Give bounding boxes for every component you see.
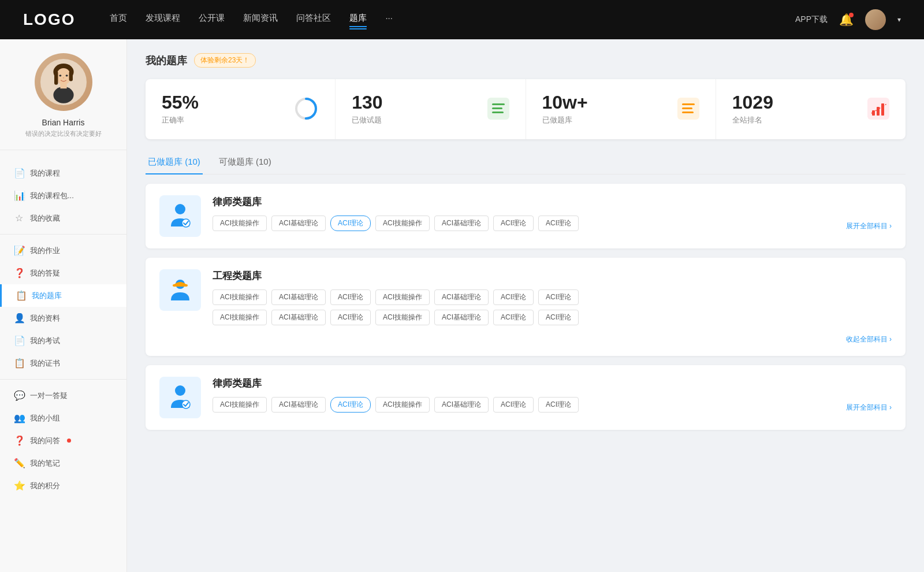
svg-point-7 [59, 75, 61, 76]
cert-icon: 📋 [14, 358, 24, 369]
page-header: 我的题库 体验剩余23天！ [146, 53, 906, 68]
collapse-link-engineer[interactable]: 收起全部科目 › [846, 335, 892, 344]
sidebar-label-notes: 我的笔记 [30, 458, 60, 469]
tag-eng-2-6[interactable]: ACI理论 [493, 310, 534, 325]
qbank-title-lawyer1: 律师类题库 [213, 195, 892, 209]
tag-lawyer2-6[interactable]: ACI理论 [493, 397, 534, 413]
sidebar-item-questions[interactable]: ❓ 我的问答 [0, 429, 126, 452]
sidebar-menu: 📄 我的课程 📊 我的课程包... ☆ 我的收藏 📝 我的作业 ❓ 我的答疑 � [0, 157, 126, 502]
svg-point-28 [175, 385, 185, 396]
sidebar-item-points[interactable]: ⭐ 我的积分 [0, 474, 126, 497]
nav-qa[interactable]: 问答社区 [296, 10, 331, 29]
main-content: 我的题库 体验剩余23天！ 55% 正确率 [127, 39, 924, 572]
tab-available[interactable]: 可做题库 (10) [217, 151, 274, 174]
sidebar-item-favorites[interactable]: ☆ 我的收藏 [0, 207, 126, 229]
stat-questions-label: 已做试题 [352, 115, 478, 125]
tag-lawyer2-7[interactable]: ACI理论 [538, 397, 579, 413]
qbank-title-engineer: 工程类题库 [213, 269, 892, 283]
app-download-button[interactable]: APP下载 [795, 14, 828, 25]
points-icon: ⭐ [14, 480, 24, 491]
tag-lawyer1-2[interactable]: ACI基础理论 [271, 216, 326, 231]
tag-eng-1-2[interactable]: ACI基础理论 [271, 289, 326, 305]
sidebar-item-qa[interactable]: ❓ 我的答疑 [0, 262, 126, 284]
sidebar-item-exam[interactable]: 📄 我的考试 [0, 329, 126, 352]
svg-rect-4 [69, 71, 72, 81]
sidebar-label-questions: 我的问答 [30, 436, 60, 446]
tag-lawyer1-5[interactable]: ACI基础理论 [434, 216, 489, 231]
question-icon: ❓ [14, 268, 24, 278]
svg-point-5 [53, 87, 73, 103]
sidebar-item-qbank[interactable]: 📋 我的题库 [0, 284, 126, 307]
chevron-down-icon[interactable]: ▾ [897, 16, 901, 24]
expand-link-lawyer2[interactable]: 展开全部科目 › [846, 403, 892, 413]
trial-badge: 体验剩余23天！ [194, 53, 256, 68]
tag-lawyer1-1[interactable]: ACI技能操作 [213, 216, 267, 231]
tag-eng-1-4[interactable]: ACI技能操作 [375, 289, 430, 305]
nav-news[interactable]: 新闻资讯 [243, 10, 278, 29]
profile-avatar [35, 53, 92, 111]
svg-rect-22 [877, 107, 880, 116]
tag-lawyer1-7[interactable]: ACI理论 [538, 216, 579, 231]
tag-lawyer2-5[interactable]: ACI基础理论 [434, 397, 489, 413]
chat-icon: 💬 [14, 390, 24, 401]
tag-lawyer2-4[interactable]: ACI技能操作 [375, 397, 430, 413]
qbank-icon: 📋 [16, 290, 26, 301]
tag-lawyer2-2[interactable]: ACI基础理论 [271, 397, 326, 413]
stat-ranking-value: 1029 [732, 93, 858, 112]
tag-lawyer2-1[interactable]: ACI技能操作 [213, 397, 267, 413]
svg-rect-6 [60, 83, 66, 89]
sidebar-label-qa: 我的答疑 [30, 268, 60, 278]
sidebar-item-profile[interactable]: 👤 我的资料 [0, 307, 126, 329]
tag-eng-2-1[interactable]: ACI技能操作 [213, 310, 267, 325]
nav-links: 首页 发现课程 公开课 新闻资讯 问答社区 题库 ··· [110, 10, 795, 29]
nav-discover[interactable]: 发现课程 [146, 10, 180, 29]
tab-done[interactable]: 已做题库 (10) [146, 151, 203, 174]
svg-point-9 [62, 77, 64, 79]
sidebar-label-profile: 我的资料 [30, 313, 60, 324]
sidebar-item-homework[interactable]: 📝 我的作业 [0, 239, 126, 262]
tag-lawyer1-6[interactable]: ACI理论 [493, 216, 534, 231]
group-icon: 👥 [14, 413, 24, 424]
list-green-icon [487, 98, 509, 121]
sidebar-item-course[interactable]: 📄 我的课程 [0, 162, 126, 184]
tag-eng-2-5[interactable]: ACI基础理论 [434, 310, 489, 325]
sidebar-item-cert[interactable]: 📋 我的证书 [0, 352, 126, 374]
avatar[interactable] [865, 9, 886, 30]
tag-eng-1-5[interactable]: ACI基础理论 [434, 289, 489, 305]
page-title: 我的题库 [146, 54, 187, 68]
tag-eng-2-7[interactable]: ACI理论 [538, 310, 579, 325]
stat-banks: 10w+ 已做题库 [526, 79, 716, 139]
nav-home[interactable]: 首页 [110, 10, 127, 29]
tag-eng-1-6[interactable]: ACI理论 [493, 289, 534, 305]
sidebar-item-course-pack[interactable]: 📊 我的课程包... [0, 184, 126, 207]
nav-more[interactable]: ··· [385, 10, 393, 29]
navbar-right: APP下载 🔔 ▾ [795, 9, 901, 30]
sidebar-item-group[interactable]: 👥 我的小组 [0, 407, 126, 429]
navbar: LOGO 首页 发现课程 公开课 新闻资讯 问答社区 题库 ··· APP下载 … [0, 0, 924, 39]
tag-lawyer2-3[interactable]: ACI理论 [330, 397, 371, 413]
qbank-card-lawyer2: 律师类题库 ACI技能操作 ACI基础理论 ACI理论 ACI技能操作 ACI基… [146, 365, 906, 430]
tag-lawyer1-3[interactable]: ACI理论 [330, 216, 371, 231]
questions-icon: ❓ [14, 435, 24, 446]
qbank-icon-lawyer1 [159, 195, 201, 237]
nav-qbank[interactable]: 题库 [349, 10, 367, 29]
tag-lawyer1-4[interactable]: ACI技能操作 [375, 216, 430, 231]
expand-link-lawyer1[interactable]: 展开全部科目 › [846, 221, 892, 231]
sidebar-item-tutor[interactable]: 💬 一对一答疑 [0, 384, 126, 407]
tag-eng-2-2[interactable]: ACI基础理论 [271, 310, 326, 325]
profile-icon: 👤 [14, 313, 24, 324]
sidebar-item-notes[interactable]: ✏️ 我的笔记 [0, 452, 126, 474]
svg-point-24 [175, 204, 185, 214]
svg-rect-27 [173, 284, 188, 287]
tag-eng-2-4[interactable]: ACI技能操作 [375, 310, 430, 325]
exam-icon: 📄 [14, 335, 24, 346]
tag-eng-1-7[interactable]: ACI理论 [538, 289, 579, 305]
svg-rect-15 [492, 112, 504, 113]
nav-open-course[interactable]: 公开课 [199, 10, 225, 29]
sidebar-label-points: 我的积分 [30, 481, 60, 491]
tag-eng-1-3[interactable]: ACI理论 [330, 289, 371, 305]
tag-eng-2-3[interactable]: ACI理论 [330, 310, 371, 325]
svg-rect-13 [492, 103, 505, 105]
notification-bell[interactable]: 🔔 [839, 13, 854, 27]
tag-eng-1-1[interactable]: ACI技能操作 [213, 289, 267, 305]
